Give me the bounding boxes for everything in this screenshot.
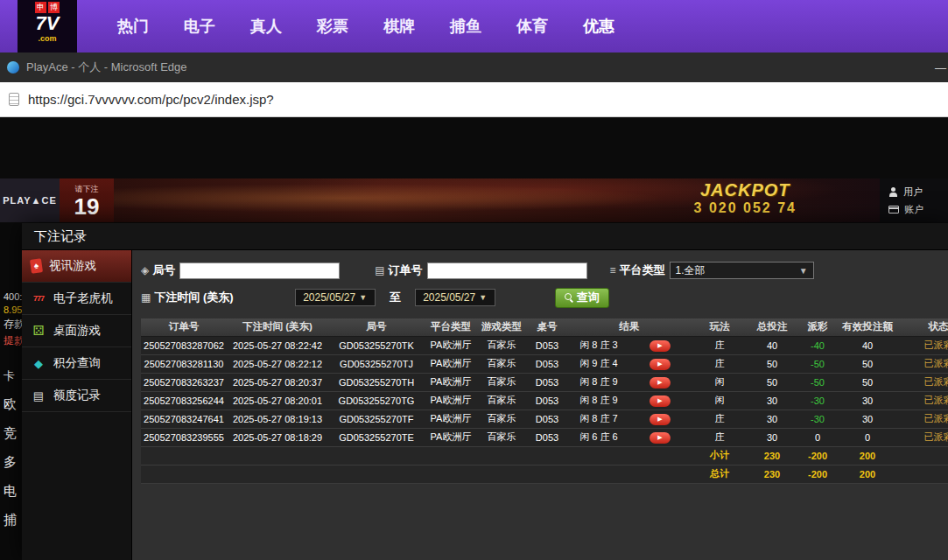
cell-status: 已派彩	[895, 391, 948, 410]
chevron-down-icon: ▼	[479, 293, 487, 302]
cell-game: 百家乐	[477, 373, 526, 391]
column-header: 结果	[568, 318, 691, 336]
minimize-button[interactable]: —	[935, 61, 946, 74]
replay-button[interactable]: ▶	[650, 414, 671, 425]
account-card-icon	[888, 206, 899, 214]
url-text[interactable]: https://gci.7vvvvvv.com/pc/pcv2/index.js…	[28, 92, 274, 107]
cell-game: 百家乐	[477, 391, 526, 410]
search-button-label: 查询	[577, 290, 600, 305]
menu-item-video-games[interactable]: ♠视讯游戏	[22, 250, 131, 283]
cell-total-bet: 30	[748, 428, 796, 446]
menu-item-quota-records[interactable]: ▤额度记录	[22, 380, 131, 412]
cell-result: 闲 8 庄 3	[568, 336, 629, 354]
document-icon: ▤	[31, 389, 46, 402]
cell-table: D053	[526, 373, 568, 391]
bet-table-body: 2505270832870622025-05-27 08:22:42GD0532…	[141, 336, 948, 483]
user-link[interactable]: 用户	[888, 186, 948, 199]
strip-item[interactable]: 捕	[4, 512, 17, 528]
order-number-input[interactable]	[427, 262, 587, 279]
banner-photo: JACKPOT 3 020 052 74	[114, 178, 880, 222]
gem-icon: ◆	[31, 357, 46, 370]
cell-table: D053	[526, 410, 568, 428]
cell-round: GD053255270TG	[328, 391, 425, 410]
filter-row-2: ▦ 下注时间 (美东) 2025/05/27 ▼ 至 2025/05/27 ▼	[141, 285, 948, 310]
user-icon	[888, 187, 898, 197]
column-header: 局号	[328, 318, 425, 336]
cell-payout: -50	[796, 354, 839, 373]
cell-valid-bet: 40	[839, 336, 895, 354]
cell-payout: -30	[796, 410, 839, 428]
cell-play-type: 闲	[691, 373, 748, 391]
cell-order: 250527083263237	[141, 373, 227, 391]
nav-item-chess[interactable]: 棋牌	[366, 16, 432, 37]
strip-item[interactable]: 多	[4, 454, 17, 471]
platform-type-select[interactable]: 1.全部 ▼	[670, 262, 814, 279]
cards-icon: ♠	[30, 258, 43, 274]
cell-payout: -30	[796, 391, 839, 410]
strip-item[interactable]: 提款	[4, 333, 22, 348]
strip-item[interactable]: 存款	[4, 317, 22, 332]
column-header: 玩法	[691, 318, 748, 336]
nav-item-sports[interactable]: 体育	[499, 16, 565, 37]
cell-platform: PA欧洲厅	[425, 428, 477, 446]
nav-item-lottery[interactable]: 彩票	[299, 16, 366, 37]
replay-button[interactable]: ▶	[650, 396, 671, 407]
replay-button[interactable]: ▶	[650, 377, 671, 388]
menu-item-points[interactable]: ◆积分查询	[22, 347, 131, 380]
cell-replay: ▶	[629, 373, 691, 391]
main-nav: 热门电子真人彩票棋牌捕鱼体育优惠	[100, 16, 632, 37]
date-to-picker[interactable]: 2025/05/27 ▼	[415, 289, 495, 306]
bet-time-label: ▦ 下注时间 (美东)	[141, 290, 234, 305]
strip-item[interactable]: 欧	[4, 396, 17, 413]
menu-item-label: 积分查询	[53, 355, 101, 371]
replay-button[interactable]: ▶	[650, 340, 671, 352]
cell-status: 已派彩	[895, 428, 948, 446]
cell-valid-bet: 50	[839, 373, 895, 391]
chevron-down-icon: ▼	[799, 266, 808, 276]
cell-payout: -40	[796, 336, 839, 354]
account-link[interactable]: 账户	[888, 203, 948, 216]
search-button[interactable]: 查询	[555, 288, 609, 308]
table-row: 2505270832476412025-05-27 08:19:13GD0532…	[141, 410, 948, 428]
cell-total-bet: 30	[748, 410, 796, 428]
strip-item[interactable]: 竞	[4, 425, 17, 442]
cell-time: 2025-05-27 08:22:42	[227, 336, 328, 354]
strip-item[interactable]: 8.95	[4, 304, 22, 315]
nav-item-promo[interactable]: 优惠	[565, 16, 632, 37]
cell-status: 已派彩	[895, 336, 948, 354]
site-topnav: 申 博 7V .com 热门电子真人彩票棋牌捕鱼体育优惠	[0, 0, 948, 52]
nav-item-hot[interactable]: 热门	[100, 16, 166, 37]
strip-item[interactable]: 卡	[4, 368, 15, 384]
grand-total-row-payout: -200	[796, 465, 839, 483]
cell-table: D053	[526, 428, 568, 446]
menu-item-slots[interactable]: 777电子老虎机	[22, 283, 131, 315]
replay-button[interactable]: ▶	[650, 432, 671, 444]
cell-payout: -50	[796, 373, 839, 391]
cell-total-bet: 50	[748, 354, 796, 373]
cell-game: 百家乐	[477, 354, 526, 373]
nav-item-electronic[interactable]: 电子	[166, 16, 233, 37]
site-logo[interactable]: 申 博 7V .com	[18, 0, 77, 52]
cell-round: GD053255270TF	[328, 410, 425, 428]
cell-status: 已派彩	[895, 354, 948, 373]
cell-time: 2025-05-27 08:20:37	[227, 373, 328, 391]
cell-replay: ▶	[629, 354, 691, 373]
date-to-value: 2025/05/27	[423, 291, 475, 304]
nav-item-live[interactable]: 真人	[233, 16, 299, 37]
cell-platform: PA欧洲厅	[425, 391, 477, 410]
nav-item-fishing[interactable]: 捕鱼	[432, 16, 499, 37]
cell-result: 闲 8 庄 9	[568, 391, 629, 410]
cell-time: 2025-05-27 08:18:29	[227, 428, 328, 446]
strip-item[interactable]: 电	[4, 483, 17, 500]
replay-button[interactable]: ▶	[650, 359, 671, 370]
strip-item[interactable]: 400:	[4, 291, 22, 302]
subtotal-row-valid-bet: 200	[839, 446, 895, 465]
date-from-picker[interactable]: 2025/05/27 ▼	[295, 289, 376, 306]
bet-table-head: 订单号下注时间 (美东)局号平台类型游戏类型桌号结果玩法总投注派彩有效投注额状态	[141, 318, 948, 336]
cell-time: 2025-05-27 08:20:01	[227, 391, 328, 410]
round-number-input[interactable]	[179, 262, 340, 279]
dice-icon: ⚄	[31, 323, 46, 339]
menu-item-table-games[interactable]: ⚄桌面游戏	[22, 315, 131, 347]
menu-item-label: 电子老虎机	[53, 290, 113, 306]
subtotal-row-label: 小计	[691, 446, 748, 465]
